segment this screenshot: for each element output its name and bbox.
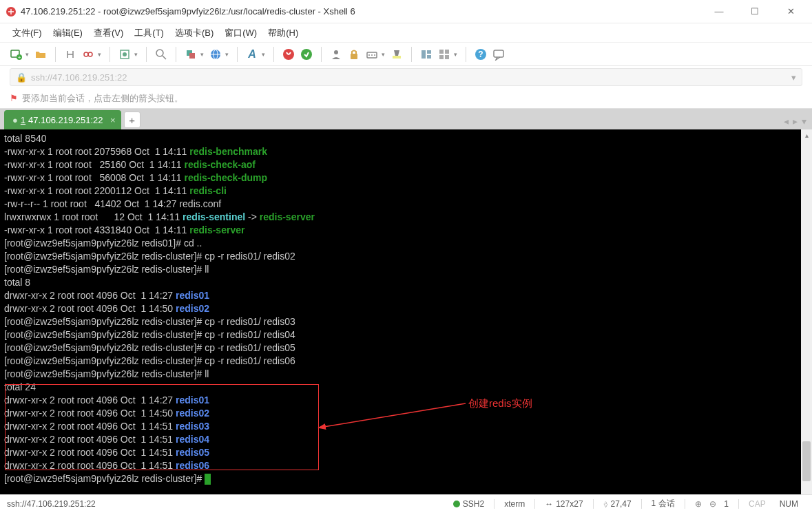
status-cap: CAP: [749, 499, 766, 509]
reconnect-icon[interactable]: [64, 48, 76, 61]
chat-icon[interactable]: [492, 48, 505, 61]
svg-point-20: [368, 54, 370, 56]
plus-icon: ⊕: [695, 499, 702, 509]
dropdown-icon[interactable]: ▾: [382, 51, 385, 58]
hint-text: 要添加当前会话，点击左侧的箭头按钮。: [22, 92, 183, 105]
status-count: ⊕ ⊖ 1: [695, 499, 729, 509]
app-icon: [6, 6, 17, 17]
terminal-line: drwxr-xr-x 2 root root 4096 Oct 1 14:50 …: [4, 302, 808, 315]
separator: [641, 499, 642, 509]
menu-edit[interactable]: 编辑(E): [53, 27, 83, 39]
search-icon[interactable]: [155, 48, 167, 61]
menu-bar: 文件(F) 编辑(E) 查看(V) 工具(T) 选项卡(B) 窗口(W) 帮助(…: [0, 23, 812, 43]
separator: [411, 47, 412, 62]
globe-icon[interactable]: [209, 48, 222, 61]
svg-point-17: [334, 50, 338, 54]
toolbar: +▾ ▾ ▾ ▾ ▾ A▾ ▾ ▾ ?: [0, 43, 812, 66]
svg-text:?: ?: [478, 50, 483, 59]
terminal-line: [root@izwz9ef5sjam9pvfyiz26lz redis-clus…: [4, 341, 808, 355]
status-cursor-pos: ⎀27,47: [603, 499, 632, 509]
tab-number: 1: [21, 115, 25, 125]
session-tab[interactable]: ● 1 47.106.219.251:22 ×: [4, 110, 121, 129]
terminal-line: -rwxr-xr-x 1 root root 2200112 Oct 1 14:…: [4, 185, 808, 198]
terminal-line: [root@izwz9ef5sjam9pvfyiz26lz redis-clus…: [4, 328, 808, 341]
terminal-line: -rwxr-xr-x 1 root root 56008 Oct 1 14:11…: [4, 171, 808, 185]
dropdown-icon[interactable]: ▾: [225, 51, 229, 58]
terminal-line: [root@izwz9ef5sjam9pvfyiz26lz redis-clus…: [4, 368, 808, 381]
scroll-up-icon[interactable]: ▴: [801, 129, 812, 140]
window-title: 47.106.219.251:22 - root@izwz9ef5sjam9pv…: [21, 6, 703, 17]
terminal-line: [root@izwz9ef5sjam9pvfyiz26lz redis-clus…: [4, 315, 808, 328]
svg-rect-30: [445, 55, 449, 59]
status-bar: ssh://47.106.219.251:22 SSH2 xterm ↔127x…: [0, 494, 812, 512]
lock-icon: 🔒: [16, 72, 27, 83]
svg-rect-33: [494, 50, 503, 57]
terminal[interactable]: total 8540 -rwxr-xr-x 1 root root 207596…: [0, 129, 812, 494]
terminal-line: lrwxrwxrwx 1 root root 12 Oct 1 14:11 re…: [4, 211, 808, 224]
dropdown-icon[interactable]: ▾: [25, 51, 29, 58]
menu-view[interactable]: 查看(V): [94, 27, 123, 39]
separator: [685, 499, 685, 509]
svg-rect-23: [393, 56, 401, 59]
dropdown-icon[interactable]: ▾: [134, 51, 138, 58]
terminal-line: [root@izwz9ef5sjam9pvfyiz26lz redis-clus…: [4, 355, 808, 368]
dropdown-icon[interactable]: ▾: [262, 51, 265, 58]
tab-menu-icon[interactable]: ▾: [802, 116, 806, 127]
terminal-line: -rwxr-xr-x 1 root root 2075968 Oct 1 14:…: [4, 145, 808, 158]
copy-icon[interactable]: [185, 48, 197, 61]
close-button[interactable]: ✕: [775, 2, 806, 21]
next-tab-icon[interactable]: ▸: [793, 116, 798, 127]
terminal-line: total 8: [4, 276, 808, 289]
chevron-down-icon[interactable]: ▾: [791, 72, 796, 83]
user-icon[interactable]: [330, 48, 342, 61]
maximize-button[interactable]: ☐: [739, 2, 771, 21]
svg-point-22: [374, 54, 375, 56]
scrollbar[interactable]: ▴: [801, 129, 812, 494]
dot-icon: ●: [12, 115, 18, 125]
highlight-icon[interactable]: [391, 48, 403, 61]
help-icon[interactable]: ?: [475, 48, 487, 61]
menu-tools[interactable]: 工具(T): [134, 27, 164, 39]
close-tab-icon[interactable]: ×: [110, 115, 116, 125]
svg-point-8: [156, 50, 163, 56]
dropdown-icon[interactable]: ▾: [200, 51, 204, 58]
svg-point-5: [88, 52, 92, 56]
separator: [466, 47, 466, 62]
terminal-line: drwxr-xr-x 2 root root 4096 Oct 1 14:50 …: [4, 407, 808, 420]
scroll-thumb[interactable]: [802, 441, 811, 481]
menu-tabs[interactable]: 选项卡(B): [175, 27, 214, 39]
svg-rect-28: [445, 50, 449, 54]
properties-icon[interactable]: [118, 48, 131, 61]
status-ssh: SSH2: [453, 499, 484, 509]
keyboard-icon[interactable]: [366, 48, 378, 61]
add-tab-button[interactable]: +: [124, 112, 140, 128]
prev-tab-icon[interactable]: ◂: [784, 116, 789, 127]
new-session-icon[interactable]: +: [10, 48, 22, 61]
hint-bar: ⚑ 要添加当前会话，点击左侧的箭头按钮。: [0, 88, 812, 109]
terminal-line: -rwxr-xr-x 1 root root 4331840 Oct 1 14:…: [4, 224, 808, 237]
terminal-line: drwxr-xr-x 2 root root 4096 Oct 1 14:51 …: [4, 459, 808, 472]
terminal-line: -rwxr-xr-x 1 root root 25160 Oct 1 14:11…: [4, 158, 808, 171]
status-num: NUM: [780, 499, 798, 509]
menu-file[interactable]: 文件(F): [12, 27, 42, 39]
font-icon[interactable]: A: [246, 48, 258, 61]
separator: [593, 499, 594, 509]
layout-icon[interactable]: [420, 48, 433, 61]
xftp-icon[interactable]: [300, 48, 313, 61]
disconnect-icon[interactable]: [82, 48, 94, 61]
flag-icon: ⚑: [10, 93, 18, 103]
menu-help[interactable]: 帮助(H): [268, 27, 298, 39]
terminal-line: drwxr-xr-x 2 root root 4096 Oct 1 14:27 …: [4, 394, 808, 407]
open-folder-icon[interactable]: [34, 48, 47, 61]
dropdown-icon[interactable]: ▾: [454, 51, 457, 58]
terminal-prompt: [root@izwz9ef5sjam9pvfyiz26lz redis-clus…: [4, 472, 808, 485]
address-bar: 🔒 ssh://47.106.219.251:22 ▾: [0, 66, 812, 88]
dropdown-icon[interactable]: ▾: [98, 51, 101, 58]
xagent-icon[interactable]: [282, 48, 295, 61]
minimize-button[interactable]: —: [703, 2, 735, 21]
lock-icon[interactable]: [348, 48, 360, 61]
tile-icon[interactable]: [438, 48, 450, 61]
menu-window[interactable]: 窗口(W): [225, 27, 257, 39]
separator: [176, 47, 176, 62]
address-input[interactable]: 🔒 ssh://47.106.219.251:22 ▾: [10, 68, 802, 86]
